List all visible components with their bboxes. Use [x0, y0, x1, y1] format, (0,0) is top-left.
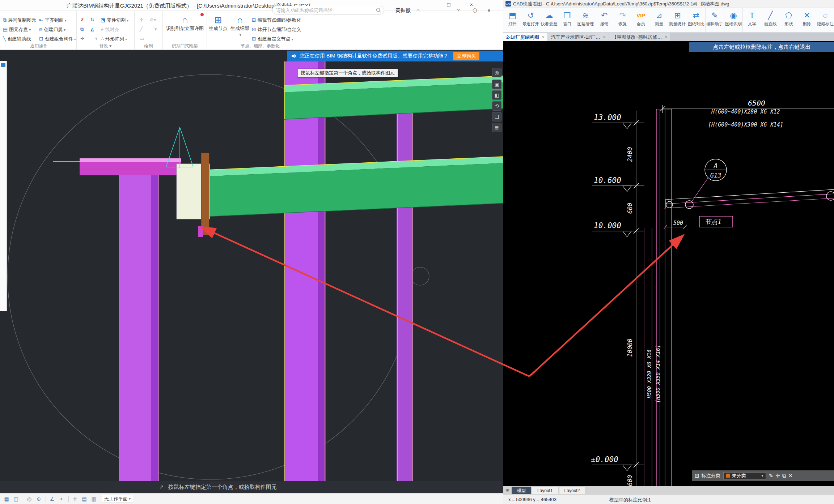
- viewport-orbit-icon[interactable]: ⟲: [492, 101, 501, 111]
- annotation-copy-icon[interactable]: ⧉: [782, 473, 786, 479]
- layer-a-icon[interactable]: ▤: [80, 495, 89, 503]
- create-composite-button[interactable]: ⊡创建组合构件▾: [39, 35, 76, 43]
- viewport-zoom-icon[interactable]: ◎: [492, 68, 501, 77]
- angle-snap-icon[interactable]: ∠: [48, 495, 56, 503]
- brown-connection-plate[interactable]: [201, 153, 209, 235]
- viewport-list-icon[interactable]: ≣: [492, 123, 501, 132]
- crosshair-icon[interactable]: ✛: [71, 495, 79, 503]
- model-viewport[interactable]: 按鼠标左键指定第一个角点，或拾取构件图元 ◎ ▣ ◧ ⟲ ❏ ≣: [0, 50, 503, 481]
- part-cut-button[interactable]: ⬔零件切割▾: [101, 16, 128, 24]
- save-element-button[interactable]: ▤图元存盘▾: [3, 25, 31, 33]
- annotation-delete-icon[interactable]: ✕: [788, 473, 793, 479]
- trial-notification-bar: 您正在使用 BIM 钢结构计量软件免费试用版。想要使用完整功能？ 立即购买: [287, 51, 503, 61]
- search-input[interactable]: [275, 7, 376, 13]
- annotation-move-icon[interactable]: ✛: [775, 473, 780, 479]
- measure-icon: ⊿: [650, 11, 669, 20]
- classify-dropdown[interactable]: 未分类 ▾: [723, 472, 766, 479]
- magenta-beam[interactable]: [80, 162, 181, 175]
- osnap-icon[interactable]: ◎: [25, 495, 34, 503]
- docked-panel-sliver[interactable]: [0, 61, 7, 311]
- copy-between-floors-button[interactable]: ⧉层间复制图元: [3, 16, 36, 24]
- tab-close-icon[interactable]: ×: [665, 33, 667, 41]
- annotation-edit-icon[interactable]: ✎: [769, 473, 774, 479]
- skin-icon[interactable]: ⬡: [473, 7, 477, 14]
- cad-canvas[interactable]: 点击左键或拉框删除标注，点击右键退出 6500 H(600~400)X280 X…: [503, 41, 834, 486]
- delete-annotation-button[interactable]: ✕删除: [798, 8, 816, 32]
- measure-stats-icon: ⊞: [668, 11, 687, 20]
- rotate-button[interactable]: ↻: [90, 16, 94, 24]
- help-icon[interactable]: ?: [457, 7, 460, 13]
- draw-rect-button[interactable]: ▭: [140, 35, 144, 43]
- move-button[interactable]: ✛: [80, 35, 84, 43]
- explode-node-detail-button[interactable]: ⊠炸开节点细部/自定义: [252, 25, 301, 33]
- layers-button[interactable]: ≋图层管理: [576, 8, 595, 32]
- text-button[interactable]: T文字: [742, 8, 761, 32]
- tab-model[interactable]: 模型: [512, 487, 531, 494]
- edit-assistant-button[interactable]: ✎编辑助手: [705, 8, 724, 32]
- tab-layout1[interactable]: Layout1: [532, 487, 558, 494]
- center-snap-icon[interactable]: ⊙: [34, 495, 43, 503]
- viewport-pan-icon[interactable]: ◧: [492, 90, 501, 100]
- tab-close-icon[interactable]: ×: [542, 33, 545, 41]
- layout-grid-icon[interactable]: ⊞: [505, 488, 509, 493]
- delete-button[interactable]: ✗: [80, 16, 84, 24]
- tab-close-icon[interactable]: ×: [603, 33, 606, 41]
- track-icon[interactable]: ⌖: [57, 495, 66, 503]
- group-label-draw: 绘制: [135, 43, 162, 49]
- generate-node-button[interactable]: ⊞生成节点: [208, 14, 229, 32]
- trim-button[interactable]: ―▾: [90, 35, 98, 43]
- viewport-fit-icon[interactable]: ▣: [492, 80, 501, 89]
- buy-now-button[interactable]: 立即购买: [453, 52, 479, 60]
- selection-circle-small: [411, 267, 429, 285]
- open-button[interactable]: ⬒打开: [503, 8, 522, 32]
- tab-review-modify[interactable]: 【审图修改+憨吨房修…×: [609, 33, 670, 41]
- work-plane-dropdown[interactable]: 无工作平面 ▾: [102, 495, 133, 503]
- align-to-face-button[interactable]: ⇤平齐到面▾: [39, 16, 67, 24]
- thin-purple-column[interactable]: [397, 82, 413, 481]
- grid-snap-icon[interactable]: ▦: [2, 495, 11, 503]
- redo-button[interactable]: ↷恢复: [613, 8, 632, 32]
- vip-member-button[interactable]: VIP会员: [632, 8, 650, 32]
- line-align-button[interactable]: ⌿线对齐: [101, 25, 119, 33]
- draw-point-button[interactable]: ⊹: [140, 16, 144, 24]
- user-name[interactable]: 黄振徽: [395, 7, 411, 14]
- recognize-frame-elevation-button[interactable]: ⌂ 识别刚架立面详图: [163, 14, 207, 32]
- undo-button[interactable]: ↶撤销: [595, 8, 614, 32]
- create-custom-node-button[interactable]: ⊞创建自定义节点▾: [252, 35, 293, 43]
- tab-factory-structure[interactable]: 2-1#厂房结构图×: [503, 33, 547, 41]
- recent-button[interactable]: ↺最近打开: [522, 8, 540, 32]
- measure-stats-button[interactable]: ⊞测量统计: [668, 8, 687, 32]
- column-spec-1: H500 X320 X6 X16: [646, 350, 652, 399]
- circular-array-button[interactable]: ∴环形阵列▾: [101, 35, 127, 43]
- maximize-button[interactable]: □: [443, 1, 454, 9]
- hide-annotation-button[interactable]: ◌隐藏标注: [816, 8, 834, 32]
- left-titlebar[interactable]: 广联达BIM钢结构计量GJG2021（免费试用版模式） - [C:\Users\…: [0, 0, 503, 11]
- viewport-views-icon[interactable]: ❏: [492, 112, 501, 121]
- right-titlebar[interactable]: CAD CAD快速看图 - C:\Users\Administrator\App…: [503, 0, 834, 8]
- draw-line-button[interactable]: ╱画直线: [761, 8, 780, 32]
- draw-circle-button[interactable]: ⊘▾: [150, 16, 156, 24]
- edit-node-detail-button[interactable]: ⊟编辑节点细部/参数化: [252, 16, 301, 24]
- ortho-icon[interactable]: ◫: [12, 495, 20, 503]
- drawing-compare-button[interactable]: ⇄图纸对比: [687, 8, 706, 32]
- classify-grid-icon[interactable]: ⊞: [695, 473, 699, 479]
- function-search-box[interactable]: [272, 6, 384, 14]
- window-button[interactable]: ❒窗口: [558, 8, 577, 32]
- collapse-ribbon-icon[interactable]: ∧: [487, 7, 491, 14]
- measure-button[interactable]: ⊿测量: [650, 8, 669, 32]
- minimize-button[interactable]: ─: [420, 1, 431, 9]
- copy-button[interactable]: ⧉: [80, 25, 84, 33]
- mirror-button[interactable]: ◭: [90, 25, 94, 33]
- create-belonging-button[interactable]: ⧈创建归属▾: [39, 25, 65, 33]
- layer-b-icon[interactable]: ▥: [89, 495, 98, 503]
- drawing-recognize-button[interactable]: ◉图纸识别: [724, 8, 743, 32]
- cloud-button[interactable]: ☁快看云盘: [540, 8, 558, 32]
- create-aux-line-button[interactable]: ╲创建辅助线: [3, 35, 31, 43]
- draw-arc-button[interactable]: ⌒▾: [150, 25, 157, 33]
- draw-line-button[interactable]: ╱: [140, 25, 143, 33]
- headset-icon[interactable]: ∩: [416, 7, 420, 13]
- tab-layout2[interactable]: Layout2: [559, 487, 585, 494]
- shape-button[interactable]: ⬠形状: [779, 8, 798, 32]
- tab-auto-industry[interactable]: 汽车产业示范区-1#厂…×: [548, 33, 609, 41]
- generate-detail-button[interactable]: ∩生成细部▾: [229, 14, 250, 37]
